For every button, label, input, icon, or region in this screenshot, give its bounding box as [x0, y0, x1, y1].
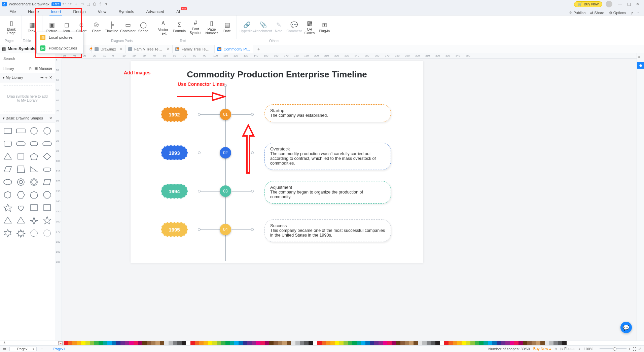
doc-tab-active[interactable]: Commodity Pr...● [215, 45, 253, 53]
color-swatch[interactable] [470, 341, 475, 345]
shape-thumbnail[interactable] [41, 202, 53, 214]
shape-thumbnail[interactable] [41, 214, 53, 226]
redo-icon[interactable]: ↷ [67, 2, 73, 6]
color-swatch[interactable] [326, 341, 330, 345]
pixabay-pictures-item[interactable]: px Pixabay pictures [37, 43, 83, 54]
zoom-slider[interactable] [600, 348, 627, 349]
zoom-control[interactable]: 100% − + ⛶ ⤢ [584, 347, 641, 351]
doc-tab[interactable]: Family Tree Tem...✕ [126, 45, 173, 53]
no-fill-swatch[interactable] [58, 341, 63, 345]
connector-endpoint[interactable] [251, 190, 254, 192]
color-swatch[interactable] [532, 341, 536, 345]
connector-endpoint[interactable] [251, 113, 254, 116]
close-section-icon[interactable]: ✕ [49, 116, 52, 120]
color-swatch[interactable] [186, 341, 190, 345]
color-swatch[interactable] [440, 341, 444, 345]
fit-page-icon[interactable]: ⛶ [633, 347, 636, 351]
doc-tab[interactable]: Drawing2✕ [92, 45, 126, 53]
color-swatch[interactable] [427, 341, 431, 345]
color-swatch[interactable] [278, 341, 282, 345]
color-swatch[interactable] [549, 341, 553, 345]
shape-thumbnail[interactable] [28, 189, 40, 201]
tab-symbols[interactable]: Symbols [113, 8, 140, 15]
color-swatch[interactable] [422, 341, 427, 345]
color-swatch[interactable] [387, 341, 392, 345]
color-swatch[interactable] [449, 341, 453, 345]
undo-icon[interactable]: ↶ [61, 2, 67, 6]
timeline-button[interactable]: ╞Timeline [104, 15, 120, 39]
shape-thumbnail[interactable] [28, 138, 40, 150]
zoom-in-icon[interactable]: + [629, 347, 631, 351]
step-number[interactable]: 02 [220, 147, 231, 159]
timeline-title[interactable]: Commodity Production Enterprise Timeline [131, 69, 423, 80]
eyedropper-icon[interactable]: ⅄ [3, 341, 6, 345]
color-swatch[interactable] [383, 341, 387, 345]
color-swatch[interactable] [142, 341, 147, 345]
connector-endpoint[interactable] [198, 151, 201, 154]
color-swatch[interactable] [291, 341, 295, 345]
color-swatch[interactable] [300, 341, 304, 345]
color-swatch[interactable] [129, 341, 134, 345]
color-swatch[interactable] [501, 341, 505, 345]
color-swatch[interactable] [99, 341, 103, 345]
close-tab-icon[interactable]: ✕ [167, 47, 170, 51]
color-swatch[interactable] [396, 341, 400, 345]
formula-button[interactable]: ΣFormula [171, 15, 187, 39]
options-button[interactable]: ⚙ Options [609, 11, 626, 15]
color-swatch[interactable] [545, 341, 549, 345]
shape-thumbnail[interactable] [14, 138, 27, 150]
timeline-card[interactable]: AdjustmentThe company began to organize … [264, 181, 391, 204]
color-swatch[interactable] [230, 341, 234, 345]
color-swatch[interactable] [374, 341, 379, 345]
share-button[interactable]: ⇄ Share [590, 11, 604, 15]
color-swatch[interactable] [239, 341, 243, 345]
color-swatch[interactable] [435, 341, 440, 345]
color-swatch[interactable] [567, 341, 571, 345]
shape-thumbnail[interactable] [14, 150, 27, 163]
year-pill[interactable]: 1992 [161, 107, 188, 122]
color-swatch[interactable] [400, 341, 405, 345]
more-symbols-button[interactable]: ▤ More Symbols ▾ [2, 46, 39, 51]
color-swatch[interactable] [392, 341, 396, 345]
color-swatch[interactable] [514, 341, 518, 345]
color-swatch[interactable] [151, 341, 155, 345]
shape-thumbnail[interactable] [1, 163, 14, 175]
color-swatch[interactable] [138, 341, 142, 345]
color-swatch[interactable] [335, 341, 339, 345]
font-symbol-button[interactable]: #Font Symbol [187, 15, 204, 39]
color-swatch[interactable] [475, 341, 479, 345]
color-swatch[interactable] [225, 341, 230, 345]
zoom-out-icon[interactable]: − [595, 347, 597, 351]
local-pictures-item[interactable]: ▥ Local pictures [37, 32, 83, 43]
export-icon[interactable]: ⇪ [97, 2, 103, 6]
color-swatch[interactable] [208, 341, 212, 345]
color-swatch[interactable] [414, 341, 418, 345]
year-pill[interactable]: 1994 [161, 184, 188, 199]
tab-advanced[interactable]: Advanced [140, 8, 170, 15]
focus-button[interactable]: ▷ Focus [561, 347, 574, 351]
shape-thumbnail[interactable] [41, 138, 53, 150]
color-swatch[interactable] [85, 341, 90, 345]
color-swatch[interactable] [94, 341, 99, 345]
color-swatch[interactable] [365, 341, 370, 345]
tab-design[interactable]: Design [67, 8, 92, 15]
color-swatch[interactable] [540, 341, 545, 345]
color-swatch[interactable] [147, 341, 151, 345]
shape-thumbnail[interactable] [41, 150, 53, 163]
shape-thumbnail[interactable] [28, 150, 40, 163]
qr-button[interactable]: ▩QR Codes [302, 15, 317, 39]
tab-insert[interactable]: Insert [45, 8, 67, 15]
shape-thumbnail[interactable] [1, 227, 14, 239]
color-swatch[interactable] [405, 341, 409, 345]
color-swatch[interactable] [322, 341, 326, 345]
buy-now-button[interactable]: 🛒 Buy Now [574, 1, 602, 7]
shape-thumbnail[interactable] [1, 214, 14, 226]
color-swatch[interactable] [68, 341, 72, 345]
color-swatch[interactable] [287, 341, 291, 345]
color-swatch[interactable] [304, 341, 309, 345]
shape-thumbnail[interactable] [28, 202, 40, 214]
color-swatch[interactable] [269, 341, 274, 345]
color-swatch[interactable] [77, 341, 81, 345]
page-selector[interactable]: Page-1▾ [9, 347, 37, 351]
date-button[interactable]: ▤Date [220, 15, 235, 39]
